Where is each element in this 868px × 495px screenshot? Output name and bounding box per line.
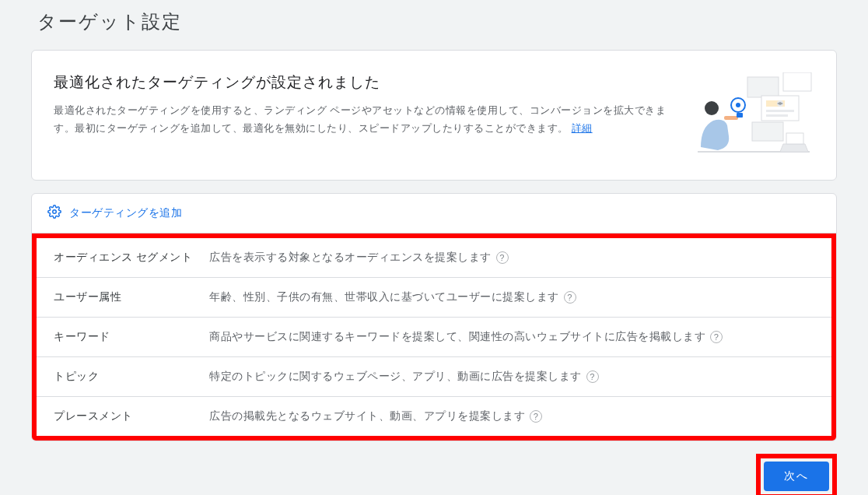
svg-rect-11 <box>724 116 738 120</box>
targeting-illustration <box>682 72 814 158</box>
help-icon[interactable]: ? <box>586 370 599 383</box>
learn-more-link[interactable]: 詳細 <box>572 122 593 134</box>
help-icon[interactable]: ? <box>496 251 509 264</box>
row-desc: 広告を表示する対象となるオーディエンスを提案します? <box>209 251 814 265</box>
row-demographics[interactable]: ユーザー属性 年齢、性別、子供の有無、世帯収入に基づいてユーザーに提案します? <box>37 278 831 318</box>
row-label: プレースメント <box>54 409 209 423</box>
help-icon[interactable]: ? <box>710 331 723 343</box>
row-label: キーワード <box>54 330 209 344</box>
svg-rect-12 <box>737 113 743 118</box>
row-label: ユーザー属性 <box>54 290 209 304</box>
svg-point-9 <box>736 103 740 107</box>
svg-rect-13 <box>786 133 803 144</box>
svg-point-14 <box>53 210 57 214</box>
row-placements[interactable]: プレースメント 広告の掲載先となるウェブサイト、動画、アプリを提案します? <box>37 397 831 436</box>
row-label: オーディエンス セグメント <box>54 251 209 265</box>
svg-point-10 <box>705 101 719 115</box>
add-targeting-label: ターゲティングを追加 <box>69 206 182 220</box>
svg-rect-1 <box>783 72 811 91</box>
svg-rect-0 <box>747 77 779 97</box>
svg-rect-2 <box>761 96 799 121</box>
help-icon[interactable]: ? <box>530 410 542 423</box>
row-desc: 商品やサービスに関連するキーワードを提案して、関連性の高いウェブサイトに広告を掲… <box>209 330 814 344</box>
row-topics[interactable]: トピック 特定のトピックに関するウェブページ、アプリ、動画に広告を提案します? <box>37 357 831 397</box>
info-card-heading: 最適化されたターゲティングが設定されました <box>54 72 667 93</box>
next-button-highlight: 次へ <box>756 454 837 495</box>
row-audience-segment[interactable]: オーディエンス セグメント 広告を表示する対象となるオーディエンスを提案します? <box>37 238 831 278</box>
page-title: ターゲット設定 <box>31 9 837 34</box>
row-label: トピック <box>54 370 209 384</box>
row-desc: 特定のトピックに関するウェブページ、アプリ、動画に広告を提案します? <box>209 370 814 384</box>
info-card: 最適化されたターゲティングが設定されました 最適化されたターゲティングを使用する… <box>31 50 837 181</box>
next-button[interactable]: 次へ <box>764 462 829 491</box>
svg-rect-4 <box>766 110 794 112</box>
svg-rect-7 <box>752 122 783 141</box>
row-desc: 広告の掲載先となるウェブサイト、動画、アプリを提案します? <box>209 409 814 423</box>
help-icon[interactable]: ? <box>564 291 576 304</box>
row-desc: 年齢、性別、子供の有無、世帯収入に基づいてユーザーに提案します? <box>209 290 814 304</box>
row-keywords[interactable]: キーワード 商品やサービスに関連するキーワードを提案して、関連性の高いウェブサイ… <box>37 318 831 357</box>
targeting-options-highlight: オーディエンス セグメント 広告を表示する対象となるオーディエンスを提案します?… <box>32 233 836 441</box>
info-card-description: 最適化されたターゲティングを使用すると、ランディング ページやアセットなどの情報… <box>54 102 667 138</box>
svg-rect-5 <box>766 114 788 117</box>
targeting-section: ターゲティングを追加 オーディエンス セグメント 広告を表示する対象となるオーデ… <box>31 193 837 441</box>
gear-icon <box>47 205 61 222</box>
footer: 次へ <box>31 441 837 495</box>
add-targeting-header[interactable]: ターゲティングを追加 <box>32 194 836 233</box>
